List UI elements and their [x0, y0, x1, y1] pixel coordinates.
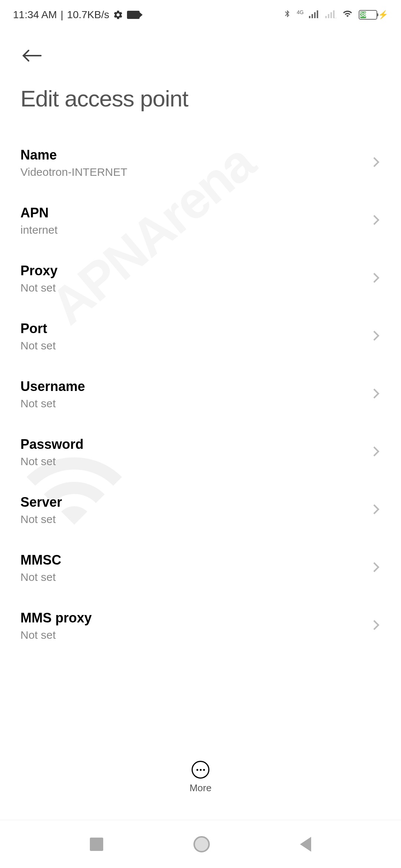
setting-value: internet [20, 224, 372, 236]
svg-text:x: x [334, 16, 336, 18]
status-separator: | [61, 9, 63, 21]
status-data-rate: 10.7KB/s [67, 9, 110, 21]
signal-sim2-icon: x [325, 9, 336, 21]
status-bar: 11:34 AM | 10.7KB/s 4G x 38 ⚡ [0, 0, 401, 30]
charging-icon: ⚡ [378, 10, 388, 20]
chevron-right-icon [372, 155, 381, 171]
chevron-right-icon [372, 328, 381, 345]
setting-value: Not set [20, 571, 372, 583]
setting-label: Name [20, 147, 372, 163]
more-button[interactable]: More [0, 753, 401, 794]
setting-label: Password [20, 437, 372, 452]
setting-value: Not set [20, 513, 372, 526]
setting-value: Not set [20, 282, 372, 294]
more-label: More [189, 782, 211, 794]
setting-value: Not set [20, 455, 372, 468]
setting-value: Not set [20, 397, 372, 410]
wifi-icon [342, 9, 353, 21]
setting-port[interactable]: Port Not set [20, 308, 381, 365]
svg-rect-5 [328, 14, 329, 18]
signal-sim1-icon [309, 9, 320, 21]
page-title: Edit access point [20, 85, 381, 112]
svg-rect-0 [309, 16, 310, 18]
chevron-right-icon [372, 270, 381, 287]
chevron-right-icon [372, 502, 381, 518]
battery-indicator: 38 ⚡ [359, 10, 388, 20]
battery-percent: 38 [360, 11, 366, 18]
chevron-right-icon [372, 386, 381, 402]
setting-value: Not set [20, 339, 372, 352]
nav-recent-button[interactable] [90, 838, 103, 851]
setting-password[interactable]: Password Not set [20, 423, 381, 481]
setting-server[interactable]: Server Not set [20, 481, 381, 539]
app-header: Edit access point [0, 30, 401, 112]
setting-label: MMSC [20, 552, 372, 568]
svg-rect-1 [312, 14, 313, 18]
setting-name[interactable]: Name Videotron-INTERNET [20, 134, 381, 192]
setting-mmsc[interactable]: MMSC Not set [20, 539, 381, 597]
setting-proxy[interactable]: Proxy Not set [20, 250, 381, 308]
network-type-label: 4G [297, 9, 304, 15]
status-time: 11:34 AM [13, 9, 57, 21]
setting-label: Server [20, 494, 372, 510]
gear-icon [113, 10, 123, 20]
back-button[interactable] [20, 45, 43, 67]
status-left: 11:34 AM | 10.7KB/s [13, 9, 140, 21]
setting-label: Username [20, 379, 372, 394]
settings-list: APNArena Name Videotron-INTERNET APN int… [0, 112, 401, 655]
setting-label: Proxy [20, 263, 372, 279]
svg-rect-4 [325, 16, 327, 18]
setting-label: Port [20, 321, 372, 336]
setting-label: APN [20, 205, 372, 221]
svg-rect-2 [314, 12, 316, 18]
nav-home-button[interactable] [193, 836, 210, 852]
chevron-right-icon [372, 560, 381, 576]
setting-value: Not set [20, 629, 372, 641]
setting-username[interactable]: Username Not set [20, 365, 381, 423]
chevron-right-icon [372, 213, 381, 229]
camera-icon [127, 11, 140, 19]
chevron-right-icon [372, 618, 381, 634]
setting-label: MMS proxy [20, 610, 372, 626]
setting-value: Videotron-INTERNET [20, 166, 372, 178]
bluetooth-icon [283, 8, 291, 22]
status-right: 4G x 38 ⚡ [283, 8, 388, 22]
setting-mms-proxy[interactable]: MMS proxy Not set [20, 597, 381, 655]
chevron-right-icon [372, 444, 381, 460]
more-icon [192, 761, 209, 779]
navigation-bar [0, 820, 401, 868]
svg-rect-6 [330, 12, 332, 18]
nav-back-button[interactable] [300, 837, 311, 852]
setting-apn[interactable]: APN internet [20, 192, 381, 250]
svg-rect-3 [317, 10, 318, 18]
